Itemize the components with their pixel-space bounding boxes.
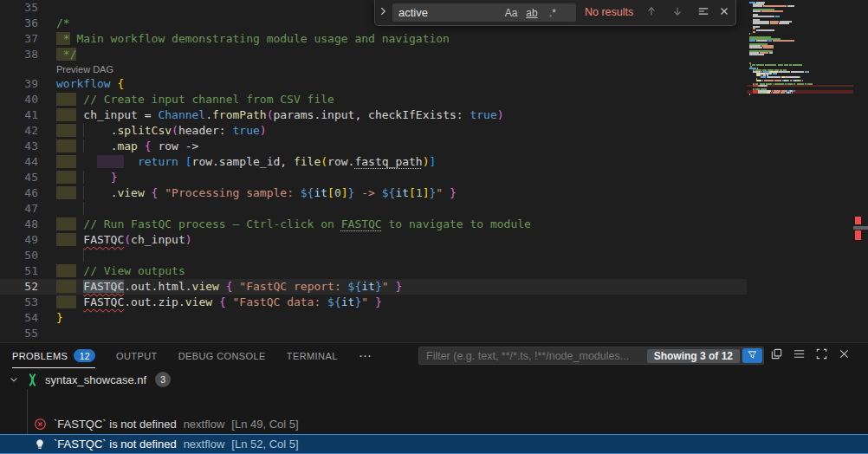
line-number[interactable]: 54 bbox=[0, 310, 38, 326]
find-input-field[interactable]: Aa ab .* bbox=[392, 3, 576, 22]
code-line[interactable]: 37 * Main workflow demonstrating module … bbox=[0, 31, 747, 47]
line-content: ch_input = Channel.fromPath(params.input… bbox=[56, 107, 504, 123]
code-line[interactable]: 41 ch_input = Channel.fromPath(params.in… bbox=[0, 107, 747, 123]
regex-icon[interactable]: .* bbox=[542, 7, 563, 19]
code-line[interactable]: 43 .map { row -> bbox=[0, 139, 747, 154]
problem-message: `FASTQC` is not defined bbox=[54, 438, 177, 451]
code-line[interactable]: 51 // View outputs bbox=[0, 263, 747, 279]
line-content: /* bbox=[56, 16, 70, 31]
code-line[interactable]: 38 */ bbox=[0, 47, 747, 62]
line-number[interactable]: 55 bbox=[0, 326, 38, 341]
line-content: FASTQC(ch_input) bbox=[56, 232, 192, 248]
line-content: .splitCsv(header: true) bbox=[56, 123, 267, 139]
line-content: // View outputs bbox=[56, 263, 185, 279]
line-content: } bbox=[56, 310, 63, 326]
line-number[interactable]: 48 bbox=[0, 217, 38, 232]
code-line[interactable]: 53 FASTQC.out.zip.view { "FastQC data: $… bbox=[0, 295, 747, 310]
line-content: .map { row -> bbox=[56, 139, 198, 154]
arrow-up-icon bbox=[645, 5, 657, 21]
code-line[interactable]: 40 // Create input channel from CSV file bbox=[0, 92, 747, 107]
line-number[interactable]: 42 bbox=[0, 123, 38, 139]
toggle-replace-button[interactable] bbox=[375, 0, 391, 25]
line-number[interactable]: 52 bbox=[0, 279, 38, 295]
find-input[interactable] bbox=[392, 6, 501, 19]
maximize-panel-button[interactable] bbox=[813, 346, 831, 365]
code-line[interactable]: 39workflow { bbox=[0, 76, 747, 92]
match-case-icon[interactable]: Aa bbox=[501, 7, 521, 19]
view-as-table-button[interactable] bbox=[768, 346, 786, 365]
line-number[interactable]: 40 bbox=[0, 92, 38, 107]
problems-file-name: syntax_showcase.nf bbox=[45, 373, 146, 386]
line-content: return [row.sample_id, file(row.fastq_pa… bbox=[56, 154, 436, 170]
line-number[interactable]: 45 bbox=[0, 170, 38, 185]
problems-file-group[interactable]: syntax_showcase.nf 3 bbox=[0, 370, 868, 389]
problem-row[interactable]: `FASTQC` is not definednextflow[Ln 52, C… bbox=[0, 434, 868, 454]
line-content bbox=[56, 248, 90, 263]
tab-debug-console[interactable]: DEBUG CONSOLE bbox=[178, 343, 266, 368]
code-line[interactable]: 48 // Run FastQC process – Ctrl-click on… bbox=[0, 217, 747, 232]
collapse-all-button[interactable] bbox=[790, 346, 808, 365]
line-content bbox=[56, 201, 90, 217]
view-as-table-icon bbox=[770, 347, 783, 364]
tab-label: TERMINAL bbox=[287, 351, 338, 361]
line-number[interactable]: 35 bbox=[0, 0, 38, 16]
arrow-down-icon bbox=[671, 5, 683, 21]
tab-problems[interactable]: PROBLEMS12 bbox=[12, 343, 95, 368]
tab-output[interactable]: OUTPUT bbox=[116, 343, 158, 368]
overview-ruler[interactable] bbox=[853, 0, 868, 342]
tab-terminal[interactable]: TERMINAL bbox=[287, 343, 338, 368]
close-find-button[interactable] bbox=[715, 3, 734, 22]
vscode-window: 3536/*37 * Main workflow demonstrating m… bbox=[0, 0, 868, 454]
lightbulb-icon bbox=[33, 438, 47, 451]
line-number[interactable]: 39 bbox=[0, 76, 38, 92]
whole-word-icon[interactable]: ab bbox=[521, 7, 542, 19]
close-panel-button[interactable] bbox=[835, 346, 853, 365]
code-lines: 3536/*37 * Main workflow demonstrating m… bbox=[0, 0, 747, 341]
code-line[interactable]: 45 } bbox=[0, 170, 747, 185]
line-number[interactable]: 38 bbox=[0, 47, 38, 62]
more-actions-icon[interactable]: ⋯ bbox=[359, 348, 372, 364]
line-number[interactable]: 50 bbox=[0, 248, 38, 263]
code-line[interactable]: 47 bbox=[0, 201, 747, 217]
previous-match-button[interactable] bbox=[642, 3, 661, 22]
problem-location: [Ln 52, Col 5] bbox=[231, 438, 298, 451]
line-number[interactable]: 53 bbox=[0, 295, 38, 310]
line-content: FASTQC.out.zip.view { "FastQC data: ${it… bbox=[56, 295, 382, 310]
line-number[interactable]: 41 bbox=[0, 107, 38, 123]
find-in-selection-button[interactable] bbox=[694, 3, 713, 22]
error-icon bbox=[33, 418, 47, 431]
code-line[interactable]: 44 return [row.sample_id, file(row.fastq… bbox=[0, 154, 747, 170]
line-number[interactable]: 43 bbox=[0, 139, 38, 154]
code-line[interactable]: 50 bbox=[0, 248, 747, 263]
line-number[interactable]: 37 bbox=[0, 31, 38, 47]
code-line[interactable]: 49 FASTQC(ch_input) bbox=[0, 232, 747, 248]
problems-filter-input[interactable] bbox=[419, 350, 647, 362]
panel-actions bbox=[768, 346, 853, 365]
codelens-preview-dag[interactable]: Preview DAG bbox=[56, 62, 113, 76]
code-line[interactable]: 55 bbox=[0, 326, 747, 341]
filter-results-badge: Showing 3 of 12 bbox=[647, 349, 740, 363]
collapse-all-icon bbox=[793, 347, 806, 364]
problem-row[interactable]: `FASTQC` is not definednextflow[Ln 49, C… bbox=[0, 414, 868, 434]
code-editor[interactable]: 3536/*37 * Main workflow demonstrating m… bbox=[0, 0, 868, 342]
problem-source: nextflow bbox=[184, 418, 225, 431]
line-number[interactable]: 36 bbox=[0, 16, 38, 31]
code-line[interactable]: 54} bbox=[0, 310, 747, 326]
problems-count-badge: 12 bbox=[74, 349, 95, 362]
filter-button[interactable] bbox=[742, 348, 762, 363]
next-match-button[interactable] bbox=[668, 3, 687, 22]
line-number[interactable]: 46 bbox=[0, 185, 38, 201]
line-number[interactable]: 47 bbox=[0, 201, 38, 217]
find-widget: Aa ab .* No results bbox=[374, 0, 736, 26]
line-number[interactable]: 51 bbox=[0, 263, 38, 279]
line-content: // Create input channel from CSV file bbox=[56, 92, 334, 107]
line-number[interactable]: 44 bbox=[0, 154, 38, 170]
minimap[interactable] bbox=[747, 0, 853, 342]
problems-tree: syntax_showcase.nf 3 `FASTQC` is not def… bbox=[0, 368, 868, 454]
line-content: */ bbox=[56, 47, 76, 62]
close-icon bbox=[718, 5, 730, 21]
code-line[interactable]: 52 FASTQC.out.html.view { "FastQC report… bbox=[0, 279, 747, 295]
code-line[interactable]: 46 .view { "Processing sample: ${it[0]} … bbox=[0, 185, 747, 201]
line-number[interactable]: 49 bbox=[0, 232, 38, 248]
code-line[interactable]: 42 .splitCsv(header: true) bbox=[0, 123, 747, 139]
